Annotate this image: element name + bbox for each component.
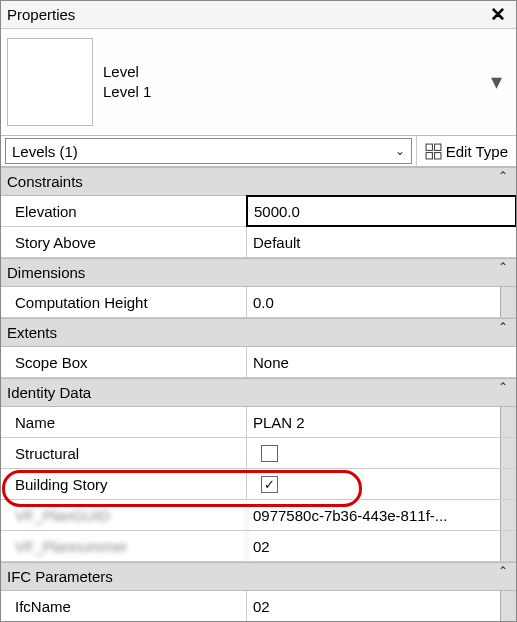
type-category: Level [103, 62, 483, 82]
group-identity[interactable]: Identity Data ⌃ [1, 378, 516, 407]
building-story-field[interactable] [247, 469, 516, 499]
side-button[interactable] [500, 531, 516, 561]
type-name: Level 1 [103, 82, 483, 102]
collapse-icon[interactable]: ⌃ [496, 381, 510, 395]
group-heading: Dimensions [7, 264, 85, 281]
ifcname-field[interactable]: 02 [247, 591, 516, 621]
panel-title: Properties [7, 6, 486, 23]
side-button[interactable] [500, 469, 516, 499]
side-button[interactable] [500, 287, 516, 317]
instance-filter-select[interactable]: Levels (1) ⌄ [5, 138, 412, 164]
svg-rect-2 [426, 152, 432, 158]
edit-type-button[interactable]: Edit Type [416, 136, 516, 166]
group-constraints[interactable]: Constraints ⌃ [1, 167, 516, 196]
building-story-label: Building Story [1, 469, 247, 499]
computation-height-label: Computation Height [1, 287, 247, 317]
structural-label: Structural [1, 438, 247, 468]
name-label: Name [1, 407, 247, 437]
group-heading: Identity Data [7, 384, 91, 401]
side-button[interactable] [500, 591, 516, 621]
scope-box-value: None [253, 354, 289, 371]
collapse-icon[interactable]: ⌃ [496, 321, 510, 335]
group-extents[interactable]: Extents ⌃ [1, 318, 516, 347]
type-thumbnail [7, 38, 93, 126]
scope-box-label: Scope Box [1, 347, 247, 377]
svg-rect-1 [434, 144, 440, 150]
group-ifc[interactable]: IFC Parameters ⌃ [1, 562, 516, 591]
story-above-value: Default [253, 234, 301, 251]
type-selector[interactable]: Level Level 1 ▾ [1, 29, 516, 135]
hidden1-label: VF_PlanGUID [1, 500, 247, 530]
side-button[interactable] [500, 500, 516, 530]
instance-filter-label: Levels (1) [12, 143, 78, 160]
hidden2-field[interactable]: 02 [247, 531, 516, 561]
edit-type-label: Edit Type [446, 143, 508, 160]
close-icon[interactable]: ✕ [486, 3, 510, 26]
edit-type-icon [425, 143, 442, 160]
story-above-label: Story Above [1, 227, 247, 257]
side-button[interactable] [500, 438, 516, 468]
building-story-checkbox[interactable] [261, 476, 278, 493]
chevron-down-icon[interactable]: ▾ [483, 69, 510, 95]
svg-rect-0 [426, 144, 432, 150]
hidden1-value: 0977580c-7b36-443e-811f-... [253, 507, 447, 524]
elevation-value: 5000.0 [254, 203, 300, 220]
group-dimensions[interactable]: Dimensions ⌃ [1, 258, 516, 287]
structural-field[interactable] [247, 438, 516, 468]
group-heading: Constraints [7, 173, 83, 190]
group-heading: IFC Parameters [7, 568, 113, 585]
story-above-field[interactable]: Default [247, 227, 516, 257]
computation-height-value: 0.0 [253, 294, 274, 311]
elevation-label: Elevation [1, 196, 247, 226]
elevation-field[interactable]: 5000.0 [246, 195, 517, 227]
name-field[interactable]: PLAN 2 [247, 407, 516, 437]
ifcname-value: 02 [253, 598, 270, 615]
svg-rect-3 [434, 152, 440, 158]
group-heading: Extents [7, 324, 57, 341]
hidden1-field[interactable]: 0977580c-7b36-443e-811f-... [247, 500, 516, 530]
hidden2-label: VF_Plannummer [1, 531, 247, 561]
computation-height-field[interactable]: 0.0 [247, 287, 516, 317]
name-value: PLAN 2 [253, 414, 305, 431]
scope-box-field[interactable]: None [247, 347, 516, 377]
collapse-icon[interactable]: ⌃ [496, 565, 510, 579]
side-button[interactable] [500, 407, 516, 437]
hidden2-value: 02 [253, 538, 270, 555]
collapse-icon[interactable]: ⌃ [496, 170, 510, 184]
ifcname-label: IfcName [1, 591, 247, 621]
collapse-icon[interactable]: ⌃ [496, 261, 510, 275]
structural-checkbox[interactable] [261, 445, 278, 462]
chevron-down-icon: ⌄ [395, 144, 405, 158]
